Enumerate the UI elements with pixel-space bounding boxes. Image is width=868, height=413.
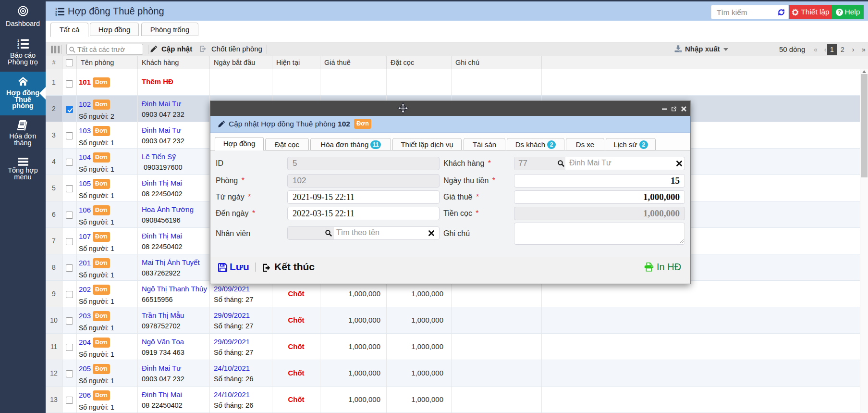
svg-text:2: 2 [17,43,19,46]
svg-text:1: 1 [17,39,19,42]
svg-text:?: ? [838,9,841,15]
svg-text:3: 3 [55,13,57,16]
svg-text:3: 3 [17,47,19,49]
